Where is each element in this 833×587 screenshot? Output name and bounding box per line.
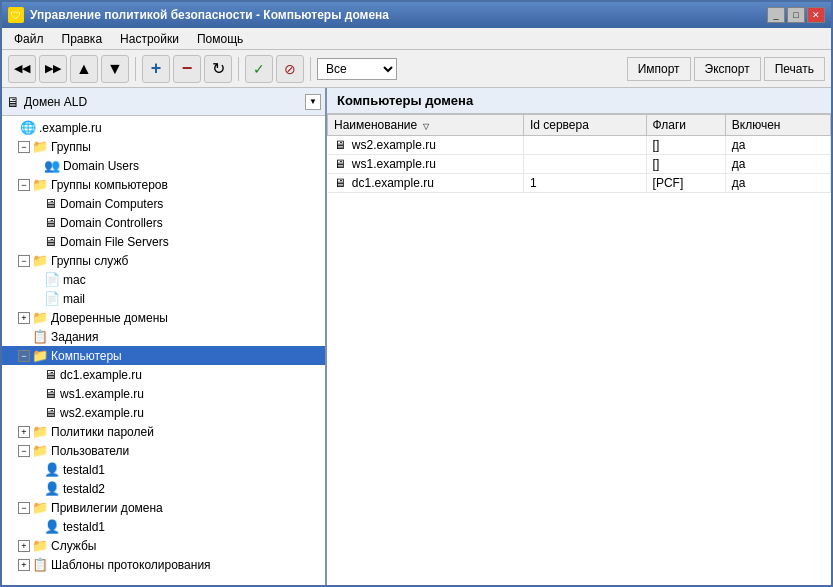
tree-item-tasks[interactable]: 📋 Задания bbox=[2, 327, 325, 346]
right-panel: Компьютеры домена Наименование ▽ Id серв… bbox=[327, 88, 831, 585]
tree-item-dc1[interactable]: 🖥 dc1.example.ru bbox=[2, 365, 325, 384]
minimize-button[interactable]: _ bbox=[767, 7, 785, 23]
dc1-label: dc1.example.ru bbox=[60, 368, 142, 382]
tree-item-services[interactable]: + 📁 Службы bbox=[2, 536, 325, 555]
cancel-button[interactable]: ⊘ bbox=[276, 55, 304, 83]
computer-groups-label: Группы компьютеров bbox=[51, 178, 168, 192]
tree-item-testald1-user[interactable]: 👤 testald1 bbox=[2, 460, 325, 479]
up-button[interactable]: ▲ bbox=[70, 55, 98, 83]
audit-templates-expand[interactable]: + bbox=[18, 559, 30, 571]
col-name[interactable]: Наименование ▽ bbox=[328, 115, 524, 136]
menu-file[interactable]: Файл bbox=[6, 30, 52, 48]
table-row[interactable]: 🖥 ws1.example.ru [] да bbox=[328, 155, 831, 174]
tree-item-password-policies[interactable]: + 📁 Политики паролей bbox=[2, 422, 325, 441]
tree-item-computers[interactable]: − 📁 Компьютеры bbox=[2, 346, 325, 365]
tree-item-example-root[interactable]: 🌐 .example.ru bbox=[2, 118, 325, 137]
tree-item-domain-controllers[interactable]: 🖥 Domain Controllers bbox=[2, 213, 325, 232]
computers-expand[interactable]: − bbox=[18, 350, 30, 362]
tree-item-trusted-domains[interactable]: + 📁 Доверенные домены bbox=[2, 308, 325, 327]
row-computer-icon: 🖥 bbox=[334, 157, 346, 171]
maximize-button[interactable]: □ bbox=[787, 7, 805, 23]
tree-item-audit-templates[interactable]: + 📋 Шаблоны протоколирования bbox=[2, 555, 325, 574]
cell-name: 🖥 dc1.example.ru bbox=[328, 174, 524, 193]
mail-icon: 📄 bbox=[44, 291, 60, 306]
main-content: 🖥 Домен ALD ▼ 🌐 .example.ru − 📁 bbox=[2, 88, 831, 585]
example-root-label: .example.ru bbox=[39, 121, 102, 135]
ws1-label: ws1.example.ru bbox=[60, 387, 144, 401]
mac-label: mac bbox=[63, 273, 86, 287]
tree-item-mail[interactable]: 📄 mail bbox=[2, 289, 325, 308]
domain-dropdown-button[interactable]: ▼ bbox=[305, 94, 321, 110]
service-groups-icon: 📁 bbox=[32, 253, 48, 268]
domain-privileges-expand[interactable]: − bbox=[18, 502, 30, 514]
filter-select[interactable]: Все bbox=[317, 58, 397, 80]
testald1-priv-label: testald1 bbox=[63, 520, 105, 534]
testald2-icon: 👤 bbox=[44, 481, 60, 496]
cell-enabled: да bbox=[725, 174, 830, 193]
menu-bar: Файл Правка Настройки Помощь bbox=[2, 28, 831, 50]
down-button[interactable]: ▼ bbox=[101, 55, 129, 83]
trusted-domains-expand[interactable]: + bbox=[18, 312, 30, 324]
service-groups-expand[interactable]: − bbox=[18, 255, 30, 267]
groups-icon: 📁 bbox=[32, 139, 48, 154]
tree-item-groups[interactable]: − 📁 Группы bbox=[2, 137, 325, 156]
remove-button[interactable]: − bbox=[173, 55, 201, 83]
export-button[interactable]: Экспорт bbox=[694, 57, 761, 81]
col-flags[interactable]: Флаги bbox=[646, 115, 725, 136]
computer-groups-expand[interactable]: − bbox=[18, 179, 30, 191]
table-row[interactable]: 🖥 ws2.example.ru [] да bbox=[328, 136, 831, 155]
dc1-icon: 🖥 bbox=[44, 367, 57, 382]
tree-item-ws2[interactable]: 🖥 ws2.example.ru bbox=[2, 403, 325, 422]
users-expand[interactable]: − bbox=[18, 445, 30, 457]
mac-icon: 📄 bbox=[44, 272, 60, 287]
menu-help[interactable]: Помощь bbox=[189, 30, 251, 48]
cell-enabled: да bbox=[725, 136, 830, 155]
main-window: 🛡 Управление политикой безопасности - Ко… bbox=[0, 0, 833, 587]
service-groups-label: Группы служб bbox=[51, 254, 129, 268]
menu-edit[interactable]: Правка bbox=[54, 30, 111, 48]
tree-item-ws1[interactable]: 🖥 ws1.example.ru bbox=[2, 384, 325, 403]
table-row[interactable]: 🖥 dc1.example.ru 1 [PCF] да bbox=[328, 174, 831, 193]
services-expand[interactable]: + bbox=[18, 540, 30, 552]
separator-1 bbox=[135, 57, 136, 81]
menu-settings[interactable]: Настройки bbox=[112, 30, 187, 48]
domain-computers-label: Domain Computers bbox=[60, 197, 163, 211]
col-enabled[interactable]: Включен bbox=[725, 115, 830, 136]
cell-server-id: 1 bbox=[523, 174, 646, 193]
back-button[interactable]: ◀◀ bbox=[8, 55, 36, 83]
groups-expand[interactable]: − bbox=[18, 141, 30, 153]
trusted-domains-label: Доверенные домены bbox=[51, 311, 168, 325]
tree-item-testald2[interactable]: 👤 testald2 bbox=[2, 479, 325, 498]
add-button[interactable]: + bbox=[142, 55, 170, 83]
testald1-user-icon: 👤 bbox=[44, 462, 60, 477]
tree-item-computer-groups[interactable]: − 📁 Группы компьютеров bbox=[2, 175, 325, 194]
refresh-button[interactable]: ↻ bbox=[204, 55, 232, 83]
tree-item-testald1-priv[interactable]: 👤 testald1 bbox=[2, 517, 325, 536]
computer-groups-icon: 📁 bbox=[32, 177, 48, 192]
col-server-id[interactable]: Id сервера bbox=[523, 115, 646, 136]
print-button[interactable]: Печать bbox=[764, 57, 825, 81]
tree-item-service-groups[interactable]: − 📁 Группы служб bbox=[2, 251, 325, 270]
left-panel: 🖥 Домен ALD ▼ 🌐 .example.ru − 📁 bbox=[2, 88, 327, 585]
cell-name: 🖥 ws2.example.ru bbox=[328, 136, 524, 155]
password-policies-expand[interactable]: + bbox=[18, 426, 30, 438]
sort-icon: ▽ bbox=[423, 122, 429, 131]
tree-item-mac[interactable]: 📄 mac bbox=[2, 270, 325, 289]
tree-item-domain-privileges[interactable]: − 📁 Привилегии домена bbox=[2, 498, 325, 517]
title-controls: _ □ ✕ bbox=[767, 7, 825, 23]
mail-label: mail bbox=[63, 292, 85, 306]
apply-button[interactable]: ✓ bbox=[245, 55, 273, 83]
data-table: Наименование ▽ Id сервера Флаги Включен bbox=[327, 114, 831, 585]
import-button[interactable]: Импорт bbox=[627, 57, 691, 81]
domain-controllers-label: Domain Controllers bbox=[60, 216, 163, 230]
tree-item-users[interactable]: − 📁 Пользователи bbox=[2, 441, 325, 460]
domain-privileges-icon: 📁 bbox=[32, 500, 48, 515]
computers-label: Компьютеры bbox=[51, 349, 122, 363]
ws1-icon: 🖥 bbox=[44, 386, 57, 401]
tree-item-domain-users[interactable]: 👥 Domain Users bbox=[2, 156, 325, 175]
tree-item-domain-file-servers[interactable]: 🖥 Domain File Servers bbox=[2, 232, 325, 251]
close-button[interactable]: ✕ bbox=[807, 7, 825, 23]
tree-item-domain-computers[interactable]: 🖥 Domain Computers bbox=[2, 194, 325, 213]
forward-button[interactable]: ▶▶ bbox=[39, 55, 67, 83]
audit-templates-icon: 📋 bbox=[32, 557, 48, 572]
